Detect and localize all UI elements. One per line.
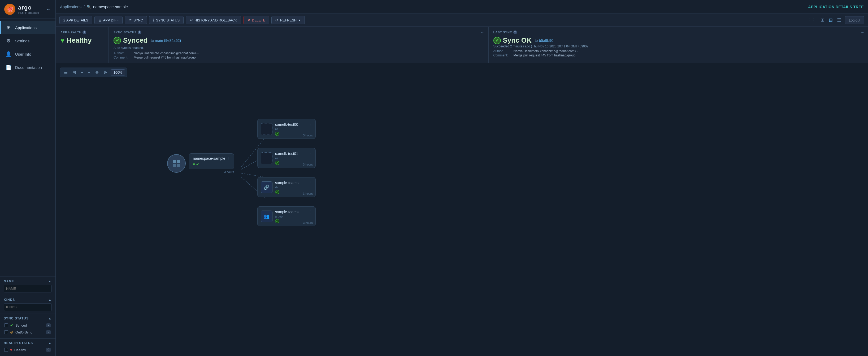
- view-icons: ⋮⋮ ⊞ ⊟ ☰: [806, 16, 842, 24]
- node-ns-camelk-test01: ns: [275, 156, 312, 160]
- app-health-info-icon: ?: [83, 31, 86, 34]
- sync-status-filter-section: SYNC STATUS ▲ ✔ Synced 2 ⊙ OutOfSync 2: [0, 314, 56, 338]
- node-menu-camelk-test01[interactable]: ⋮: [308, 151, 312, 156]
- sidebar-item-user-info[interactable]: 👤 User Info: [0, 47, 56, 61]
- synced-checkbox[interactable]: [4, 323, 8, 327]
- center-node-time: 3 hours: [189, 170, 234, 174]
- top-bar: Applications / 🔍 namespace-sample APPLIC…: [56, 0, 868, 14]
- zoom-in-button[interactable]: +: [79, 69, 85, 76]
- name-filter-header[interactable]: NAME ▲: [4, 279, 52, 283]
- sync-status-title: SYNC STATUS ?: [114, 31, 484, 34]
- node-camelk-test01: camelk-test01 ⋮ ns ✔ 3 hours: [257, 148, 316, 168]
- hierarchy-view-icon[interactable]: ⋮⋮: [806, 16, 817, 24]
- heart-icon: ♥: [61, 36, 64, 44]
- sidebar: 🐙 argo v2.8.4+ebab8ec ← ⊞ Applications ⚙…: [0, 0, 56, 356]
- sync-status-panel: SYNC STATUS ? ··· ✔ Synced to main (9e84…: [109, 27, 489, 63]
- nav-menu: ⊞ Applications ⚙ Settings 👤 User Info 📄 …: [0, 19, 56, 277]
- refresh-button[interactable]: ⟳ REFRESH ▼: [271, 16, 305, 24]
- sync-status-button[interactable]: ℹ SYNC STATUS: [149, 16, 184, 24]
- sync-status-icon: ℹ: [153, 18, 154, 22]
- logout-button[interactable]: Log out: [845, 16, 864, 24]
- node-icon-sample-teams-group: 👥: [261, 211, 273, 222]
- outofsync-checkbox[interactable]: [4, 330, 8, 334]
- breadcrumb-applications[interactable]: Applications: [60, 4, 82, 9]
- last-sync-title: LAST SYNC ?: [493, 31, 864, 34]
- list-view-icon[interactable]: ☰: [836, 16, 842, 24]
- sync-status-check-icon: ✔: [114, 37, 121, 44]
- node-time-camelk-test01: 3 hours: [303, 163, 313, 166]
- zoom-out-button[interactable]: −: [86, 69, 92, 76]
- sidebar-item-applications[interactable]: ⊞ Applications: [0, 21, 56, 34]
- app-health-status: ♥ Healthy: [61, 36, 104, 44]
- sync-branch-link[interactable]: main (9e84a52): [155, 38, 181, 43]
- tree-view-icon[interactable]: ⊟: [828, 16, 834, 24]
- center-node-status: ♥ ✔: [193, 162, 230, 166]
- succeeded-note: Succeeded 2 minutes ago (Thu Nov 16 2023…: [493, 44, 864, 48]
- toolbar: ℹ APP DETAILS ⊟ APP DIFF ⟳ SYNC ℹ SYNC S…: [56, 14, 868, 27]
- healthy-icon: ♥: [10, 348, 12, 352]
- last-sync-comment-value: Merge pull request #45 from hashnao/grou…: [514, 54, 576, 57]
- app-details-button[interactable]: ℹ APP DETAILS: [59, 16, 92, 24]
- chevron-up-icon: ▲: [48, 279, 52, 283]
- sync-author-row: Author: Naoya Hashimoto <nhashimo@redhat…: [114, 51, 484, 55]
- healthy-label: Healthy: [14, 348, 26, 352]
- node-title-camelk-test01: camelk-test01: [275, 151, 298, 156]
- align-left-button[interactable]: ☰: [62, 69, 70, 76]
- sidebar-item-documentation[interactable]: 📄 Documentation: [0, 61, 56, 74]
- sync-status-filter-header[interactable]: SYNC STATUS ▲: [4, 317, 52, 320]
- node-title-sample-teams-group: sample-teams: [275, 210, 299, 214]
- app-health-title: APP HEALTH ?: [61, 31, 104, 34]
- center-check-icon: ✔: [196, 162, 199, 166]
- health-status-filter-header[interactable]: HEALTH STATUS ▲: [4, 341, 52, 345]
- zoom-actual-button[interactable]: ⊖: [101, 69, 109, 76]
- last-sync-menu[interactable]: ···: [861, 30, 864, 35]
- fit-screen-button[interactable]: ⊞: [70, 69, 78, 76]
- applications-icon: ⊞: [6, 25, 11, 31]
- sync-comment-value: Merge pull request #45 from hashnao/grou…: [134, 56, 195, 59]
- grid-view-icon[interactable]: ⊞: [819, 16, 826, 24]
- back-button[interactable]: ←: [46, 6, 51, 12]
- kinds-filter-header[interactable]: KINDS ▲: [4, 298, 52, 302]
- sync-button[interactable]: ⟳ SYNC: [125, 16, 147, 24]
- node-menu-sample-teams-group[interactable]: ⋮: [308, 209, 312, 214]
- last-sync-author-label: Author:: [493, 49, 512, 53]
- canvas-area: ☰ ⊞ + − ⊕ ⊖ 100%: [56, 63, 868, 356]
- sync-author-value: Naoya Hashimoto <nhashimo@redhat.com> -: [134, 51, 198, 55]
- node-sample-teams-rb: 🔗 sample-teams ⋮ rb ✔ 3 hours: [257, 177, 316, 197]
- delete-button[interactable]: ✕ DELETE: [243, 16, 270, 24]
- app-diff-button[interactable]: ⊟ APP DIFF: [94, 16, 123, 24]
- center-node-title: namespace-sample: [193, 156, 225, 161]
- auto-sync-note: Auto sync is enabled.: [114, 46, 484, 50]
- app-health-panel: APP HEALTH ? ♥ Healthy: [56, 27, 109, 63]
- node-check-sample-teams-group: ✔: [275, 219, 279, 223]
- breadcrumb: Applications / 🔍 namespace-sample: [60, 4, 128, 9]
- last-sync-value: ✔ Sync OK to b5a9b90: [493, 36, 864, 44]
- outofsync-icon: ⊙: [10, 330, 13, 334]
- last-sync-panel: LAST SYNC ? ··· ✔ Sync OK to b5a9b90 Suc…: [489, 27, 868, 63]
- app-details-tree-link[interactable]: APPLICATION DETAILS TREE: [808, 5, 864, 9]
- healthy-checkbox[interactable]: [4, 348, 8, 352]
- sidebar-item-label: User Info: [15, 52, 31, 57]
- center-node-menu[interactable]: ⋮: [226, 156, 230, 161]
- last-sync-commit-link[interactable]: b5a9b90: [539, 38, 553, 43]
- sidebar-item-settings[interactable]: ⚙ Settings: [0, 34, 56, 47]
- node-check-camelk-test00: ✔: [275, 132, 279, 136]
- node-menu-camelk-test00[interactable]: ⋮: [308, 122, 312, 127]
- logo-area: 🐙 argo v2.8.4+ebab8ec ←: [0, 0, 56, 19]
- info-panels: APP HEALTH ? ♥ Healthy SYNC STATUS ? ···…: [56, 27, 868, 63]
- node-ns-camelk-test00: ns: [275, 128, 312, 131]
- kinds-filter-input[interactable]: [4, 303, 52, 311]
- node-check-sample-teams-rb: ✔: [275, 190, 279, 194]
- sync-status-menu[interactable]: ···: [481, 30, 485, 35]
- history-rollback-button[interactable]: ↩ HISTORY AND ROLLBACK: [186, 16, 241, 24]
- node-icon-sample-teams-rb: 🔗: [261, 181, 273, 193]
- node-menu-sample-teams-rb[interactable]: ⋮: [308, 180, 312, 185]
- sync-item-synced: ✔ Synced 2: [4, 322, 52, 329]
- zoom-fit-button[interactable]: ⊕: [93, 69, 101, 76]
- app-version: v2.8.4+ebab8ec: [18, 11, 39, 14]
- last-sync-author-row: Author: Naoya Hashimoto <nhashimo@redhat…: [493, 49, 864, 53]
- healthy-count: 0: [45, 348, 51, 352]
- node-ns-sample-teams-group: group: [275, 215, 312, 218]
- search-icon: 🔍: [87, 5, 91, 9]
- name-filter-input[interactable]: [4, 285, 52, 292]
